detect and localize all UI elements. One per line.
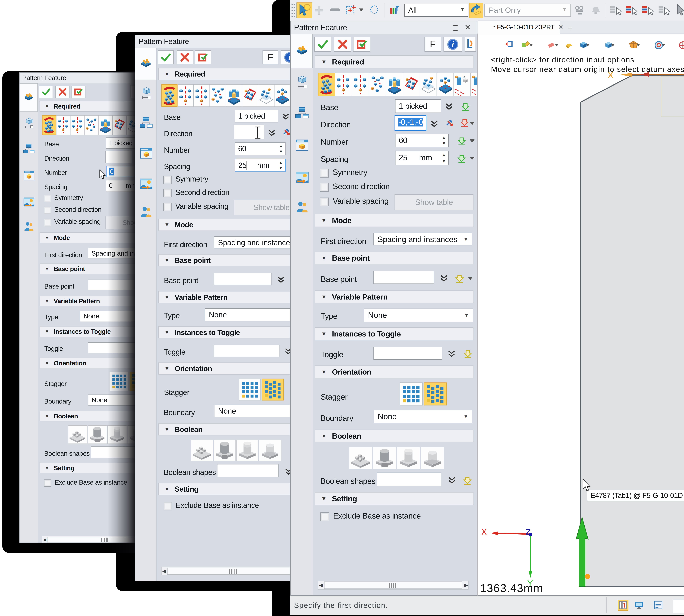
svg-text:b: b [462, 74, 465, 79]
svg-text:i: i [452, 40, 454, 49]
